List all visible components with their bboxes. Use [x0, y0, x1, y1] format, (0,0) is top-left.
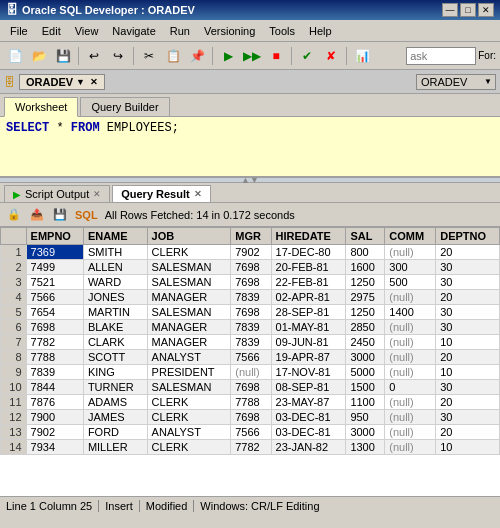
- run-script-button[interactable]: ▶▶: [241, 45, 263, 67]
- table-cell[interactable]: 7782: [26, 335, 83, 350]
- table-cell[interactable]: (null): [385, 365, 436, 380]
- table-cell[interactable]: KING: [83, 365, 147, 380]
- table-cell[interactable]: SALESMAN: [147, 275, 231, 290]
- table-cell[interactable]: WARD: [83, 275, 147, 290]
- table-cell[interactable]: 7698: [231, 260, 271, 275]
- table-cell[interactable]: 7698: [231, 380, 271, 395]
- connection-badge[interactable]: ORADEV ▼ ✕: [19, 74, 105, 90]
- table-row[interactable]: 87788SCOTTANALYST756619-APR-873000(null)…: [1, 350, 500, 365]
- table-cell[interactable]: 09-JUN-81: [271, 335, 346, 350]
- maximize-button[interactable]: □: [460, 3, 476, 17]
- table-cell[interactable]: 5000: [346, 365, 385, 380]
- connection-selector[interactable]: ORADEV: [416, 74, 496, 90]
- table-cell[interactable]: 7698: [231, 275, 271, 290]
- table-row[interactable]: 57654MARTINSALESMAN769828-SEP-8112501400…: [1, 305, 500, 320]
- table-cell[interactable]: 1600: [346, 260, 385, 275]
- table-row[interactable]: 107844TURNERSALESMAN769808-SEP-811500030: [1, 380, 500, 395]
- table-cell[interactable]: 30: [436, 275, 500, 290]
- table-cell[interactable]: 7369: [26, 245, 83, 260]
- table-cell[interactable]: 20: [436, 395, 500, 410]
- detach-button[interactable]: 📤: [27, 206, 47, 224]
- table-cell[interactable]: 1500: [346, 380, 385, 395]
- table-cell[interactable]: (null): [385, 320, 436, 335]
- table-cell[interactable]: 7839: [231, 335, 271, 350]
- table-cell[interactable]: 7900: [26, 410, 83, 425]
- table-row[interactable]: 137902FORDANALYST756603-DEC-813000(null)…: [1, 425, 500, 440]
- table-cell[interactable]: 1250: [346, 275, 385, 290]
- table-cell[interactable]: 7876: [26, 395, 83, 410]
- table-cell[interactable]: ANALYST: [147, 425, 231, 440]
- table-cell[interactable]: ALLEN: [83, 260, 147, 275]
- stop-button[interactable]: ■: [265, 45, 287, 67]
- table-cell[interactable]: 7839: [231, 320, 271, 335]
- table-cell[interactable]: SCOTT: [83, 350, 147, 365]
- table-cell[interactable]: 3000: [346, 350, 385, 365]
- table-cell[interactable]: CLERK: [147, 395, 231, 410]
- redo-button[interactable]: ↪: [107, 45, 129, 67]
- table-cell[interactable]: 7566: [26, 290, 83, 305]
- table-cell[interactable]: 23-JAN-82: [271, 440, 346, 455]
- close-button[interactable]: ✕: [478, 3, 494, 17]
- minimize-button[interactable]: —: [442, 3, 458, 17]
- save-grid-button[interactable]: 💾: [50, 206, 70, 224]
- table-cell[interactable]: JONES: [83, 290, 147, 305]
- menu-item-versioning[interactable]: Versioning: [198, 23, 261, 39]
- sql-editor[interactable]: SELECT * FROM EMPLOYEES;: [0, 117, 500, 177]
- table-row[interactable]: 147934MILLERCLERK778223-JAN-821300(null)…: [1, 440, 500, 455]
- table-cell[interactable]: 08-SEP-81: [271, 380, 346, 395]
- table-cell[interactable]: (null): [385, 290, 436, 305]
- table-cell[interactable]: (null): [385, 425, 436, 440]
- tab-close-icon[interactable]: ✕: [93, 189, 101, 199]
- table-cell[interactable]: 3000: [346, 425, 385, 440]
- table-row[interactable]: 97839KINGPRESIDENT(null)17-NOV-815000(nu…: [1, 365, 500, 380]
- table-row[interactable]: 77782CLARKMANAGER783909-JUN-812450(null)…: [1, 335, 500, 350]
- table-cell[interactable]: (null): [385, 245, 436, 260]
- table-cell[interactable]: 03-DEC-81: [271, 410, 346, 425]
- table-cell[interactable]: CLERK: [147, 410, 231, 425]
- table-cell[interactable]: 30: [436, 410, 500, 425]
- table-cell[interactable]: 7521: [26, 275, 83, 290]
- table-cell[interactable]: (null): [385, 335, 436, 350]
- tab-query-builder[interactable]: Query Builder: [80, 97, 169, 116]
- table-cell[interactable]: 7934: [26, 440, 83, 455]
- table-cell[interactable]: 30: [436, 260, 500, 275]
- table-cell[interactable]: 20-FEB-81: [271, 260, 346, 275]
- explain-button[interactable]: 📊: [351, 45, 373, 67]
- table-cell[interactable]: 1400: [385, 305, 436, 320]
- table-cell[interactable]: BLAKE: [83, 320, 147, 335]
- table-cell[interactable]: 1250: [346, 305, 385, 320]
- table-cell[interactable]: ADAMS: [83, 395, 147, 410]
- col-header-sal[interactable]: SAL: [346, 228, 385, 245]
- table-cell[interactable]: 7844: [26, 380, 83, 395]
- table-cell[interactable]: 20: [436, 290, 500, 305]
- table-cell[interactable]: 22-FEB-81: [271, 275, 346, 290]
- cut-button[interactable]: ✂: [138, 45, 160, 67]
- menu-item-help[interactable]: Help: [303, 23, 338, 39]
- col-header-mgr[interactable]: MGR: [231, 228, 271, 245]
- table-cell[interactable]: 10: [436, 440, 500, 455]
- table-cell[interactable]: CLARK: [83, 335, 147, 350]
- table-cell[interactable]: 7566: [231, 350, 271, 365]
- search-input[interactable]: [406, 47, 476, 65]
- table-cell[interactable]: 7698: [231, 410, 271, 425]
- col-header-job[interactable]: JOB: [147, 228, 231, 245]
- table-cell[interactable]: 23-MAY-87: [271, 395, 346, 410]
- col-header-deptno[interactable]: DEPTNO: [436, 228, 500, 245]
- table-cell[interactable]: 2450: [346, 335, 385, 350]
- table-row[interactable]: 117876ADAMSCLERK778823-MAY-871100(null)2…: [1, 395, 500, 410]
- table-row[interactable]: 27499ALLENSALESMAN769820-FEB-81160030030: [1, 260, 500, 275]
- table-cell[interactable]: TURNER: [83, 380, 147, 395]
- data-table-wrap[interactable]: EMPNOENAMEJOBMGRHIREDATESALCOMMDEPTNO 17…: [0, 227, 500, 496]
- save-button[interactable]: 💾: [52, 45, 74, 67]
- table-cell[interactable]: ANALYST: [147, 350, 231, 365]
- menu-item-run[interactable]: Run: [164, 23, 196, 39]
- close-connection-icon[interactable]: ✕: [90, 77, 98, 87]
- table-cell[interactable]: 2850: [346, 320, 385, 335]
- new-button[interactable]: 📄: [4, 45, 26, 67]
- table-cell[interactable]: (null): [385, 350, 436, 365]
- menu-item-edit[interactable]: Edit: [36, 23, 67, 39]
- undo-button[interactable]: ↩: [83, 45, 105, 67]
- table-cell[interactable]: 7654: [26, 305, 83, 320]
- table-cell[interactable]: 7788: [26, 350, 83, 365]
- table-cell[interactable]: 500: [385, 275, 436, 290]
